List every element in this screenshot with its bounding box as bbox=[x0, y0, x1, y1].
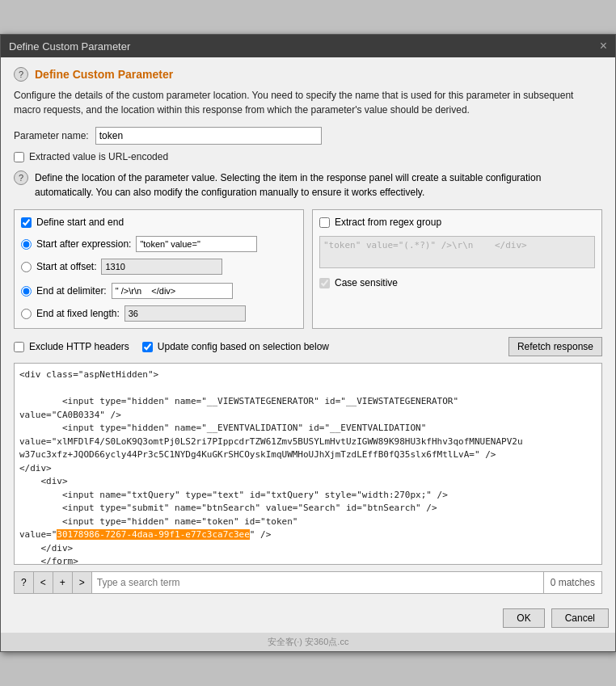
start-after-row: Start after expression: bbox=[21, 236, 297, 252]
footer-buttons: OK Cancel bbox=[1, 604, 615, 633]
highlighted-token: 30178986-7267-4daa-99f1-e77c3ca7c3ee bbox=[57, 529, 249, 540]
search-next-button[interactable]: > bbox=[73, 572, 92, 593]
search-input[interactable] bbox=[92, 575, 543, 590]
define-start-end-checkbox[interactable] bbox=[21, 217, 32, 228]
end-delimiter-radio[interactable] bbox=[21, 286, 32, 297]
case-sensitive-row: Case sensitive bbox=[319, 277, 595, 288]
location-desc-row: ? Define the location of the parameter v… bbox=[14, 170, 602, 200]
update-config-row: Update config based on selection below bbox=[142, 341, 329, 352]
url-encoded-checkbox[interactable] bbox=[14, 152, 24, 162]
end-fixed-radio[interactable] bbox=[21, 309, 32, 319]
end-group: End at delimiter: End at fixed length: bbox=[21, 283, 297, 322]
end-delimiter-input[interactable] bbox=[112, 283, 233, 299]
update-config-label: Update config based on selection below bbox=[158, 341, 329, 352]
help-icon[interactable]: ? bbox=[14, 67, 28, 82]
title-bar: Define Custom Parameter × bbox=[1, 35, 615, 57]
update-config-checkbox[interactable] bbox=[142, 342, 153, 352]
section-title: Define Custom Parameter bbox=[35, 68, 173, 81]
url-encoded-label: Extracted value is URL-encoded bbox=[29, 151, 168, 162]
options-left: Exclude HTTP headers Update config based… bbox=[14, 341, 329, 352]
location-help-icon[interactable]: ? bbox=[14, 170, 28, 185]
dialog-title: Define Custom Parameter bbox=[9, 40, 130, 53]
search-bar: ? < + > 0 matches bbox=[14, 571, 602, 594]
parameter-name-input[interactable] bbox=[95, 127, 322, 145]
search-add-button[interactable]: + bbox=[53, 572, 73, 593]
end-delimiter-row: End at delimiter: bbox=[21, 283, 297, 299]
url-encoded-row: Extracted value is URL-encoded bbox=[14, 151, 602, 162]
dialog-container: Define Custom Parameter × ? Define Custo… bbox=[0, 34, 616, 652]
options-row: Exclude HTTP headers Update config based… bbox=[14, 337, 602, 356]
search-prev-button[interactable]: < bbox=[34, 572, 53, 593]
extract-regex-label: Extract from regex group bbox=[335, 217, 441, 228]
parameter-name-label: Parameter name: bbox=[14, 130, 89, 141]
define-start-end-label: Define start and end bbox=[36, 217, 124, 228]
regex-input[interactable]: "token" value="(.*?)" />\r\n </div> bbox=[319, 236, 595, 268]
define-start-end-title: Define start and end bbox=[21, 217, 297, 228]
start-offset-row: Start at offset: bbox=[21, 259, 297, 275]
section-header: ? Define Custom Parameter bbox=[14, 67, 602, 82]
exclude-http-checkbox[interactable] bbox=[14, 342, 24, 352]
parameter-name-row: Parameter name: bbox=[14, 127, 602, 145]
end-fixed-input[interactable] bbox=[124, 305, 246, 322]
end-fixed-label: End at fixed length: bbox=[36, 308, 120, 319]
start-offset-input[interactable] bbox=[101, 259, 222, 275]
start-offset-radio[interactable] bbox=[21, 262, 32, 272]
start-after-input[interactable] bbox=[136, 236, 257, 252]
dialog-body: ? Define Custom Parameter Configure the … bbox=[1, 57, 615, 604]
exclude-http-label: Exclude HTTP headers bbox=[29, 341, 129, 352]
code-content: <div class="aspNetHidden"> <input type="… bbox=[19, 368, 597, 565]
start-radio-group: Start after expression: Start at offset: bbox=[21, 236, 297, 275]
extract-regex-title: Extract from regex group bbox=[319, 217, 595, 228]
search-question-button[interactable]: ? bbox=[15, 572, 34, 593]
case-sensitive-checkbox bbox=[319, 278, 330, 288]
watermark: 安全客(·) 安360点.cc bbox=[1, 633, 615, 651]
start-after-radio[interactable] bbox=[21, 239, 32, 250]
ok-button[interactable]: OK bbox=[503, 608, 544, 628]
code-panel[interactable]: <div class="aspNetHidden"> <input type="… bbox=[14, 363, 602, 565]
end-fixed-row: End at fixed length: bbox=[21, 305, 297, 322]
end-delimiter-label: End at delimiter: bbox=[36, 285, 107, 297]
define-start-end-panel: Define start and end Start after express… bbox=[14, 209, 304, 329]
cancel-button[interactable]: Cancel bbox=[551, 608, 609, 628]
search-count: 0 matches bbox=[543, 572, 601, 593]
start-offset-label: Start at offset: bbox=[36, 261, 96, 272]
refetch-button[interactable]: Refetch response bbox=[508, 337, 602, 356]
close-button[interactable]: × bbox=[600, 40, 607, 53]
extract-regex-checkbox[interactable] bbox=[319, 217, 330, 228]
extract-regex-panel: Extract from regex group "token" value="… bbox=[312, 209, 602, 329]
start-after-label: Start after expression: bbox=[36, 238, 131, 250]
panels-row: Define start and end Start after express… bbox=[14, 209, 602, 329]
exclude-http-row: Exclude HTTP headers bbox=[14, 341, 129, 352]
section-description: Configure the details of the custom para… bbox=[14, 88, 602, 117]
case-sensitive-label: Case sensitive bbox=[335, 277, 398, 288]
location-description: Define the location of the parameter val… bbox=[35, 170, 602, 200]
